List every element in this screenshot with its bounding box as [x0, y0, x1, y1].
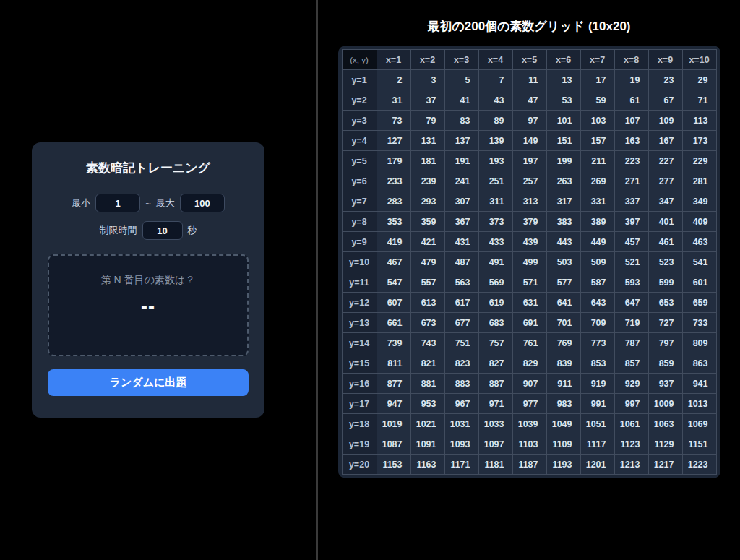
table-row: y=11547557563569571577587593599601 [342, 272, 716, 293]
prime-cell: 137 [444, 131, 478, 151]
prime-cell: 149 [512, 131, 546, 151]
prime-cell: 827 [478, 353, 512, 374]
prime-cell: 601 [682, 272, 716, 293]
prime-cell: 467 [377, 252, 410, 272]
prime-cell: 73 [377, 111, 410, 131]
prime-cell: 2 [377, 70, 410, 90]
prime-cell: 761 [512, 333, 546, 353]
prime-cell: 877 [377, 374, 410, 394]
min-input[interactable] [95, 194, 140, 212]
prime-cell: 1217 [648, 455, 682, 475]
prime-cell: 773 [580, 333, 614, 353]
prime-cell: 919 [580, 374, 614, 394]
trainer-card: 素数暗記トレーニング 最小 ~ 最大 制限時間 秒 第 N 番目の素数は？ --… [32, 142, 264, 418]
prime-cell: 379 [512, 212, 546, 232]
prime-cell: 151 [546, 131, 580, 151]
prime-cell: 587 [580, 272, 614, 293]
table-row: y=19108710911093109711031109111711231129… [342, 434, 716, 455]
prime-cell: 1129 [648, 434, 682, 455]
time-limit-label: 制限時間 [100, 224, 137, 237]
prime-cell: 1009 [648, 394, 682, 414]
column-header: x=1 [377, 50, 410, 70]
prime-cell: 947 [377, 394, 410, 414]
prime-cell: 53 [546, 90, 580, 111]
prime-cell: 61 [614, 90, 648, 111]
prime-cell: 107 [614, 111, 648, 131]
prime-cell: 709 [580, 313, 614, 333]
header-row: (x, y) x=1x=2x=3x=4x=5x=6x=7x=8x=9x=10 [342, 50, 716, 70]
prime-cell: 367 [444, 212, 478, 232]
prime-cell: 31 [377, 90, 410, 111]
min-label: 最小 [72, 197, 90, 210]
prime-cell: 757 [478, 333, 512, 353]
prime-cell: 223 [614, 151, 648, 171]
prime-cell: 421 [410, 232, 444, 252]
prime-cell: 139 [478, 131, 512, 151]
prime-cell: 727 [648, 313, 682, 333]
table-row: y=16877881883887907911919929937941 [342, 374, 716, 394]
prime-cell: 1171 [444, 455, 478, 475]
time-limit-input[interactable] [142, 221, 183, 240]
prime-cell: 307 [444, 191, 478, 212]
prime-cell: 43 [478, 90, 512, 111]
row-header: y=17 [342, 394, 377, 414]
prime-cell: 1181 [478, 455, 512, 475]
random-question-button[interactable]: ランダムに出題 [48, 369, 249, 396]
prime-cell: 499 [512, 252, 546, 272]
prime-cell: 167 [648, 131, 682, 151]
table-row: y=14739743751757761769773787797809 [342, 333, 716, 353]
range-controls: 最小 ~ 最大 制限時間 秒 [48, 194, 249, 240]
prime-cell: 389 [580, 212, 614, 232]
table-row: y=5179181191193197199211223227229 [342, 151, 716, 171]
table-row: y=20115311631171118111871193120112131217… [342, 455, 716, 475]
row-header: y=5 [342, 151, 377, 171]
table-row: y=10467479487491499503509521523541 [342, 252, 716, 272]
column-header: x=7 [580, 50, 614, 70]
prime-cell: 613 [410, 293, 444, 313]
prime-cell: 569 [478, 272, 512, 293]
prime-cell: 401 [648, 212, 682, 232]
prime-cell: 1187 [512, 455, 546, 475]
prime-cell: 1013 [682, 394, 716, 414]
prime-cell: 59 [580, 90, 614, 111]
prime-cell: 101 [546, 111, 580, 131]
prime-cell: 673 [410, 313, 444, 333]
prime-cell: 271 [614, 171, 648, 191]
max-input[interactable] [180, 194, 225, 212]
prime-cell: 461 [648, 232, 682, 252]
prime-cell: 971 [478, 394, 512, 414]
prime-cell: 907 [512, 374, 546, 394]
column-header: x=3 [444, 50, 478, 70]
prime-cell: 1087 [377, 434, 410, 455]
question-box: 第 N 番目の素数は？ -- [48, 254, 249, 356]
row-header: y=14 [342, 333, 377, 353]
column-header: x=2 [410, 50, 444, 70]
prime-cell: 257 [512, 171, 546, 191]
prime-cell: 739 [377, 333, 410, 353]
prime-cell: 1061 [614, 414, 648, 434]
row-header: y=8 [342, 212, 377, 232]
row-header: y=6 [342, 171, 377, 191]
prime-cell: 599 [648, 272, 682, 293]
prime-cell: 619 [478, 293, 512, 313]
prime-cell: 809 [682, 333, 716, 353]
prime-grid-container: (x, y) x=1x=2x=3x=4x=5x=6x=7x=8x=9x=10 y… [338, 46, 720, 478]
column-header: x=10 [682, 50, 716, 70]
prime-cell: 1097 [478, 434, 512, 455]
prime-cell: 743 [410, 333, 444, 353]
prime-cell: 1163 [410, 455, 444, 475]
prime-cell: 13 [546, 70, 580, 90]
prime-cell: 607 [377, 293, 410, 313]
row-header: y=3 [342, 111, 377, 131]
prime-cell: 547 [377, 272, 410, 293]
prime-cell: 967 [444, 394, 478, 414]
prime-cell: 347 [648, 191, 682, 212]
prime-cell: 659 [682, 293, 716, 313]
prime-cell: 1151 [682, 434, 716, 455]
prime-cell: 479 [410, 252, 444, 272]
prime-cell: 677 [444, 313, 478, 333]
row-header: y=4 [342, 131, 377, 151]
prime-cell: 1021 [410, 414, 444, 434]
prime-cell: 661 [377, 313, 410, 333]
min-max-row: 最小 ~ 最大 [72, 194, 225, 212]
